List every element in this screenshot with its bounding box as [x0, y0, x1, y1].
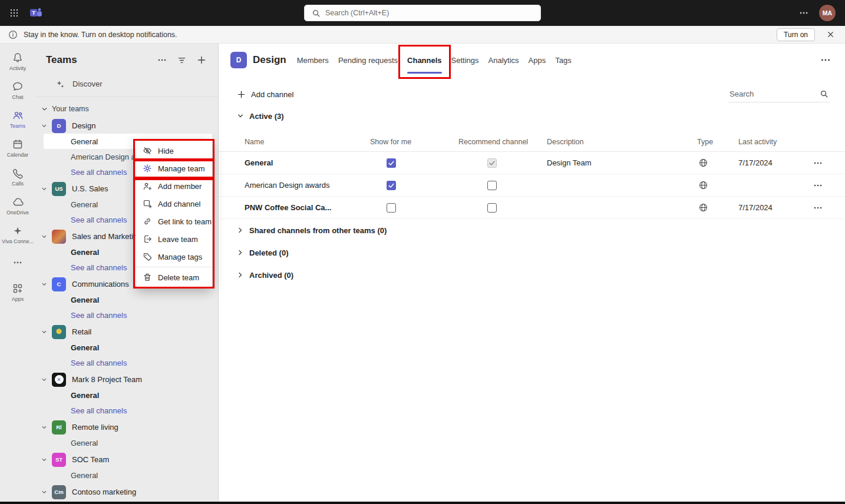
- table-row[interactable]: General Design Team 7/17/2024: [219, 152, 845, 174]
- channel-search-input[interactable]: [730, 89, 820, 98]
- menu-item-leave-team[interactable]: Leave team: [136, 230, 212, 248]
- close-icon[interactable]: [824, 31, 837, 38]
- titlebar-more-icon[interactable]: [799, 8, 808, 18]
- team-row[interactable]: Rl Remote living: [35, 419, 218, 435]
- team-name: Design: [72, 121, 95, 130]
- calendar-icon: [12, 138, 24, 150]
- notification-banner: Stay in the know. Turn on desktop notifi…: [0, 26, 845, 44]
- user-avatar[interactable]: MA: [819, 5, 836, 21]
- team-group-mark8: Mark 8 Project Team General See all chan…: [35, 372, 218, 418]
- global-search-input[interactable]: [325, 9, 533, 17]
- rail-item-calendar[interactable]: Calendar: [0, 134, 35, 163]
- menu-item-manage-team[interactable]: Manage team: [136, 160, 212, 177]
- rail-item-teams[interactable]: Teams: [0, 105, 35, 134]
- chevron-down-icon[interactable]: [41, 329, 47, 335]
- recommend-channel-checkbox[interactable]: [487, 158, 497, 168]
- tab-analytics[interactable]: Analytics: [484, 44, 524, 77]
- row-more-icon[interactable]: [813, 203, 845, 213]
- window-bottom-edge: [0, 502, 845, 504]
- team-more-icon[interactable]: [820, 55, 831, 65]
- chevron-down-icon[interactable]: [41, 186, 47, 192]
- team-row[interactable]: Mark 8 Project Team: [35, 372, 218, 387]
- channel-row[interactable]: General: [44, 435, 212, 450]
- sidebar-more-icon[interactable]: [157, 55, 167, 65]
- menu-item-get-link[interactable]: Get link to team: [136, 213, 212, 230]
- channel-row[interactable]: General: [44, 467, 212, 483]
- chevron-down-icon[interactable]: [41, 234, 47, 240]
- see-all-channels-link[interactable]: See all channels: [35, 355, 218, 370]
- channel-name: General: [71, 343, 99, 352]
- channel-row[interactable]: General: [44, 340, 212, 355]
- filter-icon[interactable]: [177, 55, 187, 65]
- recommend-channel-checkbox[interactable]: [487, 181, 497, 190]
- tab-channels[interactable]: Channels: [402, 44, 447, 77]
- your-teams-header[interactable]: Your teams: [35, 100, 218, 118]
- channel-row[interactable]: General: [44, 292, 212, 307]
- tab-pending-requests[interactable]: Pending requests: [334, 44, 402, 77]
- show-for-me-checkbox[interactable]: [387, 203, 396, 213]
- add-channel-button[interactable]: Add channel: [237, 90, 293, 99]
- section-deleted[interactable]: Deleted (0): [219, 241, 845, 264]
- discover-button[interactable]: Discover: [35, 73, 218, 97]
- chevron-down-icon[interactable]: [41, 377, 47, 383]
- turn-on-button[interactable]: Turn on: [777, 28, 815, 41]
- global-search[interactable]: [304, 5, 541, 21]
- rail-item-calls[interactable]: Calls: [0, 163, 35, 191]
- title-bar: T MA: [0, 0, 845, 26]
- section-archived[interactable]: Archived (0): [219, 264, 845, 286]
- team-row[interactable]: ST SOC Team: [35, 452, 218, 467]
- rail-item-more[interactable]: [0, 249, 35, 278]
- tab-label: Channels: [407, 56, 442, 65]
- discover-label: Discover: [72, 79, 103, 88]
- table-row[interactable]: PNW Coffee Social Ca... 7/17/2024: [219, 197, 845, 219]
- rail-label: Activity: [9, 65, 27, 71]
- rail-item-apps[interactable]: Apps: [0, 278, 35, 307]
- tab-tags[interactable]: Tags: [550, 44, 576, 77]
- channel-search[interactable]: [728, 86, 830, 102]
- row-more-icon[interactable]: [813, 181, 845, 190]
- chevron-down-icon[interactable]: [41, 489, 47, 495]
- show-for-me-checkbox[interactable]: [387, 158, 396, 168]
- app-launcher-icon[interactable]: [9, 8, 19, 18]
- tab-settings[interactable]: Settings: [447, 44, 484, 77]
- rail-item-onedrive[interactable]: OneDrive: [0, 191, 35, 220]
- last-activity: 7/17/2024: [738, 203, 804, 212]
- gear-icon: [143, 164, 152, 173]
- add-team-icon[interactable]: [197, 55, 206, 65]
- tab-members[interactable]: Members: [292, 44, 334, 77]
- menu-item-hide[interactable]: Hide: [136, 142, 212, 160]
- chevron-down-icon[interactable]: [41, 425, 47, 430]
- eye-off-icon: [143, 146, 152, 155]
- section-active[interactable]: Active (3): [219, 110, 845, 122]
- rail-item-activity[interactable]: Activity: [0, 47, 35, 76]
- menu-item-add-member[interactable]: Add member: [136, 177, 212, 195]
- show-for-me-checkbox[interactable]: [387, 181, 396, 190]
- chevron-down-icon[interactable]: [41, 457, 47, 463]
- see-all-channels-link[interactable]: See all channels: [35, 307, 218, 323]
- channel-row[interactable]: General: [44, 387, 212, 403]
- rail-item-viva-connections[interactable]: Viva Conne...: [0, 220, 35, 249]
- team-row[interactable]: Cm Contoso marketing: [35, 484, 218, 500]
- channel-name: General: [71, 200, 98, 209]
- team-row[interactable]: Retail: [35, 324, 218, 340]
- team-context-menu: Hide Manage team Add member Add channel …: [136, 140, 212, 288]
- chevron-down-icon[interactable]: [41, 281, 47, 287]
- team-row[interactable]: D Design: [35, 118, 218, 134]
- menu-item-delete-team[interactable]: Delete team: [136, 268, 212, 286]
- tab-apps[interactable]: Apps: [524, 44, 551, 77]
- team-manage-panel: D Design Members Pending requests Channe…: [219, 44, 845, 502]
- section-shared-channels[interactable]: Shared channels from other teams (0): [219, 219, 845, 241]
- menu-item-manage-tags[interactable]: Manage tags: [136, 248, 212, 266]
- chevron-down-icon[interactable]: [41, 123, 47, 129]
- row-more-icon[interactable]: [813, 158, 845, 168]
- menu-item-add-channel[interactable]: Add channel: [136, 195, 212, 213]
- see-all-channels-link[interactable]: See all channels: [35, 403, 218, 418]
- tab-label: Analytics: [488, 56, 519, 65]
- rail-item-chat[interactable]: Chat: [0, 76, 35, 105]
- banner-message: Stay in the know. Turn on desktop notifi…: [24, 31, 177, 39]
- recommend-channel-checkbox[interactable]: [487, 203, 497, 213]
- table-row[interactable]: American Design awards: [219, 174, 845, 197]
- rail-label: Calendar: [7, 152, 29, 158]
- chevron-right-icon: [237, 227, 244, 234]
- teams-logo-icon: T: [28, 6, 44, 19]
